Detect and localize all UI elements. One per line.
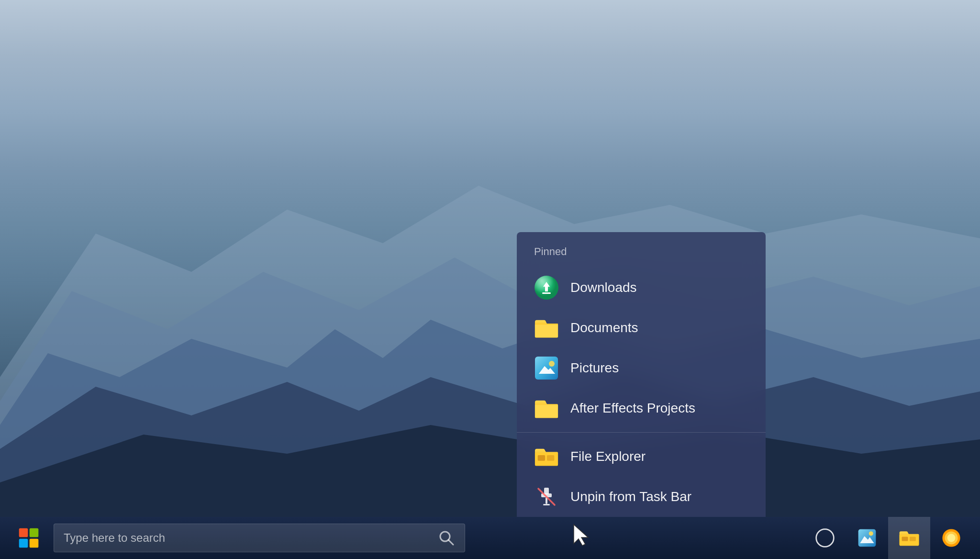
photos-icon: [857, 527, 878, 548]
cortana-icon: [814, 527, 835, 548]
downloads-label: Downloads: [570, 280, 637, 295]
jump-list-item-file-explorer[interactable]: File Explorer: [517, 436, 766, 477]
start-button[interactable]: [8, 517, 50, 559]
pictures-icon: [534, 356, 559, 380]
file-explorer-label: File Explorer: [570, 449, 646, 464]
svg-rect-14: [547, 455, 554, 461]
svg-point-26: [816, 529, 834, 547]
unpin-icon: [534, 484, 559, 509]
svg-rect-23: [30, 539, 39, 548]
taskbar-icons: [804, 517, 972, 559]
file-explorer-icon: [534, 444, 559, 469]
taskbar-weather-button[interactable]: [930, 517, 972, 559]
jump-list-divider: [517, 432, 766, 433]
jump-list-menu: Pinned: [517, 232, 766, 517]
jump-list-item-documents[interactable]: Documents: [517, 308, 766, 348]
search-bar[interactable]: Type here to search: [54, 524, 465, 552]
taskbar-cortana-button[interactable]: [804, 517, 846, 559]
file-explorer-taskbar-icon: [899, 527, 920, 548]
pictures-label: Pictures: [570, 360, 619, 376]
svg-rect-27: [858, 529, 876, 547]
svg-rect-21: [30, 528, 39, 537]
unpin-label: Unpin from Task Bar: [570, 489, 691, 504]
svg-point-11: [549, 361, 555, 367]
downloads-icon: [534, 275, 559, 300]
taskbar: Type here to search: [0, 517, 980, 559]
svg-rect-31: [910, 537, 916, 541]
taskbar-file-explorer-button[interactable]: [888, 517, 930, 559]
search-icon: [438, 529, 455, 547]
svg-rect-15: [544, 488, 549, 494]
desktop-background: [0, 0, 980, 559]
taskbar-photos-button[interactable]: [846, 517, 888, 559]
jump-list-item-downloads[interactable]: Downloads: [517, 268, 766, 308]
jump-list-item-pictures[interactable]: Pictures: [517, 348, 766, 388]
svg-rect-13: [538, 455, 545, 461]
after-effects-folder-icon: [534, 396, 559, 421]
svg-rect-20: [19, 528, 28, 537]
mountain-scenery: [0, 90, 980, 521]
svg-rect-8: [542, 292, 551, 294]
jump-list-item-after-effects[interactable]: After Effects Projects: [517, 388, 766, 428]
svg-rect-18: [543, 504, 550, 505]
svg-rect-30: [902, 537, 908, 541]
documents-label: Documents: [570, 320, 638, 335]
documents-folder-icon: [534, 315, 559, 340]
svg-point-34: [947, 534, 956, 542]
weather-icon: [941, 527, 962, 548]
svg-point-29: [869, 531, 873, 536]
jump-list-pinned-header: Pinned: [517, 246, 766, 268]
search-placeholder: Type here to search: [64, 531, 438, 545]
jump-list-item-unpin[interactable]: Unpin from Task Bar: [517, 477, 766, 517]
svg-line-25: [448, 540, 453, 545]
after-effects-label: After Effects Projects: [570, 401, 695, 416]
svg-rect-22: [19, 539, 28, 548]
